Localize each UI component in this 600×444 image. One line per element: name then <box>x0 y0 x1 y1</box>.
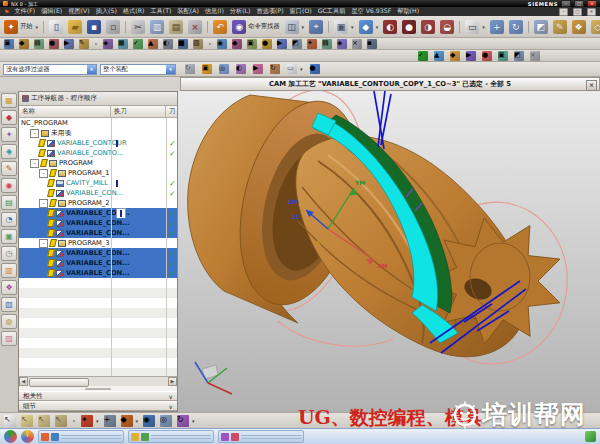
column-name[interactable]: 名称 <box>19 106 111 117</box>
resource-bar-icon-5[interactable]: ✎ <box>1 161 17 176</box>
resource-bar-icon-12[interactable]: ❖ <box>1 280 17 295</box>
dependencies-section[interactable]: 相关性 ∨ <box>19 391 177 401</box>
toolbar2-icon-5[interactable]: ▶ <box>62 39 76 49</box>
column-toolpath[interactable]: 刀 <box>166 106 177 117</box>
graphics-window-titlebar[interactable]: CAM 加工工艺 "VARIABLE_CONTOUR_COPY_1_CO~3" … <box>180 77 600 91</box>
menu-12[interactable]: GC工具箱 <box>318 7 346 16</box>
command-finder[interactable]: ◉命令查找器 <box>230 20 281 34</box>
graphics-viewport[interactable]: YM ZM ZC XC XM <box>178 91 600 412</box>
tree-row-program[interactable]: -PROGRAM <box>19 158 177 168</box>
select-filter-cursor[interactable]: ↖ <box>53 415 69 427</box>
verify-check[interactable]: ✓ <box>416 51 430 61</box>
tree-row-variable-con-[interactable]: VARIABLE_CON...✓ <box>19 268 177 278</box>
tree-row-program-2[interactable]: -PROGRAM_2 <box>19 198 177 208</box>
taskbar-window-button-2[interactable] <box>128 430 214 443</box>
select-multi[interactable]: ↖ <box>36 415 52 427</box>
assembly-scope-dropdown[interactable]: 整个装配 ▾ <box>100 64 176 75</box>
doc-close-button[interactable]: × <box>587 8 596 16</box>
toolbar3-icon-8[interactable]: × <box>528 51 542 61</box>
taskbar-window-button-3[interactable] <box>218 430 304 443</box>
shaded-sphere[interactable]: ● <box>308 64 322 74</box>
tree-row--[interactable]: -未用项 <box>19 128 177 138</box>
toolbar2-icon-24[interactable]: ◈ <box>335 39 349 49</box>
menu-4[interactable]: 插入(S) <box>96 7 117 16</box>
tree-row-program-3[interactable]: -PROGRAM_3 <box>19 238 177 248</box>
point-constructor[interactable]: + <box>102 415 118 427</box>
snap-pinwheel[interactable]: ✦▾ <box>79 415 101 427</box>
scroll-right-icon[interactable]: ▶ <box>168 377 177 386</box>
chevron-down-icon[interactable]: ▾ <box>302 24 305 30</box>
toolbar2-icon-18[interactable]: ▣ <box>245 39 259 49</box>
expander-icon[interactable]: - <box>39 199 48 208</box>
tree-row-variable-conto-[interactable]: VARIABLE_CONTO...✓ <box>19 148 177 158</box>
toolbar2-icon-17[interactable]: ◆ <box>230 39 244 49</box>
scrollbar-thumb[interactable] <box>29 378 89 387</box>
toolbar2-icon-10[interactable]: ✓ <box>131 39 145 49</box>
copy[interactable]: ▥ <box>148 20 166 34</box>
selection-filter-dropdown[interactable]: 没有选择过滤器 ▾ <box>3 64 97 75</box>
taskbar-window-button-1[interactable] <box>38 430 124 443</box>
new-file[interactable]: ▯ <box>47 20 65 34</box>
tree-row-variable-con-[interactable]: VARIABLE_CON...✓ <box>19 248 177 258</box>
taskbar-app-icon-2[interactable] <box>21 430 34 443</box>
toolbar2-icon-19[interactable]: ● <box>260 39 274 49</box>
scroll-left-icon[interactable]: ◀ <box>19 377 28 386</box>
chevron-down-icon[interactable]: ▾ <box>36 24 39 30</box>
menu-13[interactable]: 星空 V6.935F <box>351 7 391 16</box>
menu-10[interactable]: 首选项(P) <box>256 7 283 16</box>
minimize-button[interactable]: – <box>561 0 571 7</box>
menu-6[interactable]: 工具(T) <box>150 7 171 16</box>
toolbar3-icon-3[interactable]: ◆ <box>448 51 462 61</box>
chevron-down-icon[interactable]: ▾ <box>482 24 485 30</box>
rotate-view-2[interactable]: ↻ <box>268 64 282 74</box>
resource-bar-icon-10[interactable]: ◷ <box>1 246 17 261</box>
toolbar2-icon-14[interactable]: ▥ <box>191 39 205 49</box>
toolbar3-icon-7[interactable]: ◩ <box>512 51 526 61</box>
menu-8[interactable]: 信息(I) <box>205 7 224 16</box>
toolbar2-icon-9[interactable]: ▦ <box>116 39 130 49</box>
resource-bar-icon-7[interactable]: ▤ <box>1 195 17 210</box>
toolbar2-icon-21[interactable]: ◩ <box>290 39 304 49</box>
chevron-down-icon[interactable]: ▾ <box>351 24 354 30</box>
refresh-view[interactable]: ↻ <box>183 64 197 74</box>
chevron-down-icon[interactable]: ▾ <box>376 24 379 30</box>
menu-11[interactable]: 窗口(O) <box>290 7 312 16</box>
resource-bar-icon-8[interactable]: ◔ <box>1 212 17 227</box>
print[interactable]: ▫ <box>104 20 122 34</box>
graphics-close-icon[interactable]: × <box>586 80 597 91</box>
resource-bar-icon-1[interactable]: ▦ <box>1 93 17 108</box>
toolbar2-icon-3[interactable]: ▤ <box>32 39 46 49</box>
open-file[interactable]: ▰ <box>66 20 84 34</box>
tree-row-nc-program[interactable]: NC_PROGRAM <box>19 118 177 128</box>
delete[interactable]: × <box>186 20 204 34</box>
snap-point[interactable]: ⌖ <box>307 20 325 34</box>
menu-5[interactable]: 格式(R) <box>123 7 145 16</box>
display-mode-1[interactable]: ◐ <box>381 20 399 34</box>
toolbar2-icon-22[interactable]: ✦ <box>305 39 319 49</box>
toolbar2-icon-11[interactable]: ▲ <box>146 39 160 49</box>
tree-row-cavity-mill[interactable]: CAVITY_MILL✓ <box>19 178 177 188</box>
role-user[interactable]: ◉ <box>141 415 157 427</box>
toolbar2-icon-6[interactable]: ✎ <box>77 39 91 49</box>
toolbar2-icon-20[interactable]: ▶ <box>275 39 289 49</box>
motion-swirl[interactable]: ↻▾ <box>175 415 197 427</box>
toolbar3-icon-5[interactable]: ● <box>480 51 494 61</box>
taskbar-corner-icon[interactable] <box>585 431 596 442</box>
toolbar2-icon-2[interactable]: ◆ <box>17 39 31 49</box>
datum-plane[interactable]: ◇ <box>589 20 600 34</box>
undo[interactable]: ↶ <box>211 20 229 34</box>
menu-2[interactable]: 编辑(E) <box>41 7 62 16</box>
toolbar2-icon-26[interactable]: ▪ <box>365 39 379 49</box>
paste[interactable]: ▤ <box>167 20 185 34</box>
menu-14[interactable]: 帮助(H) <box>397 7 419 16</box>
taskbar-app-icon-1[interactable] <box>4 430 17 443</box>
details-section[interactable]: 细节 ∨ <box>19 401 177 411</box>
display-mode-3[interactable]: ◑ <box>419 20 437 34</box>
select-arrow[interactable]: ↖ <box>2 415 18 427</box>
toolbar2-icon-16[interactable]: ◉ <box>215 39 229 49</box>
toolbar2-icon-25[interactable]: × <box>350 39 364 49</box>
resource-bar-icon-14[interactable]: ◍ <box>1 314 17 329</box>
resource-bar-icon-13[interactable]: ▧ <box>1 297 17 312</box>
orient-view[interactable]: ◐ <box>234 64 248 74</box>
toolbar3-icon-4[interactable]: ▶ <box>464 51 478 61</box>
